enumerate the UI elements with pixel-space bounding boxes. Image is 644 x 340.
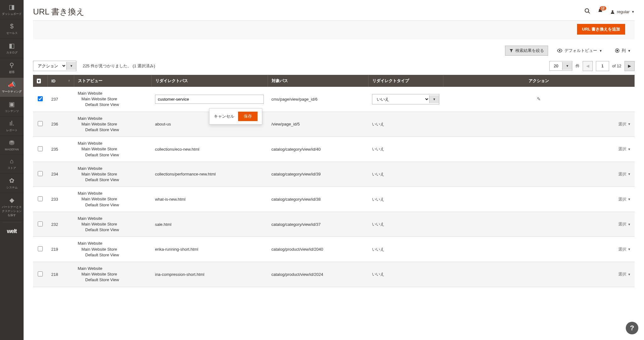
- cell-action: ✎: [443, 87, 635, 112]
- row-checkbox[interactable]: [38, 196, 43, 201]
- table-row[interactable]: 218Main WebsiteMain Website StoreDefault…: [33, 262, 635, 287]
- row-checkbox[interactable]: [38, 271, 43, 276]
- cell-id: 218: [47, 262, 74, 287]
- sidebar-label: マーケティング: [2, 90, 22, 94]
- cell-redirect-type: いいえ: [368, 262, 443, 287]
- search-icon[interactable]: [584, 8, 591, 16]
- per-page-select[interactable]: ▼: [549, 61, 572, 71]
- page-number-input[interactable]: [596, 61, 609, 71]
- row-action-select[interactable]: 選択▼: [618, 247, 631, 252]
- page-actions-bar: URL 書き換えを追加: [33, 20, 635, 39]
- url-rewrite-grid: ▾ ID↑ ストアビュー リダイレクトパス 対象パス リダイレクトタイプ アクシ…: [33, 75, 635, 287]
- col-header-checkbox[interactable]: ▾: [33, 75, 47, 87]
- cell-target-path: catalog/product/view/id/2040: [268, 237, 368, 262]
- cell-id: 234: [47, 162, 74, 187]
- col-header-target-path[interactable]: 対象パス: [268, 75, 368, 87]
- prev-page-button[interactable]: ◀: [583, 61, 593, 71]
- col-header-store-view[interactable]: ストアビュー: [74, 75, 151, 87]
- cell-target-path: catalog/category/view/id/39: [268, 162, 368, 187]
- table-row[interactable]: 233Main WebsiteMain Website StoreDefault…: [33, 187, 635, 212]
- cell-action: 選択▼: [443, 237, 635, 262]
- of-label: of: [612, 64, 616, 68]
- row-checkbox[interactable]: [38, 121, 43, 126]
- svg-point-5: [617, 50, 618, 51]
- row-checkbox[interactable]: [38, 246, 43, 251]
- cell-request-path: collections/eco-new.html: [151, 137, 268, 162]
- per-page-handle[interactable]: ▼: [562, 62, 572, 70]
- edit-icon[interactable]: ✎: [537, 96, 541, 102]
- sidebar-item-3[interactable]: ⚲顧客: [0, 58, 24, 78]
- row-action-select[interactable]: 選択▼: [618, 171, 631, 177]
- row-checkbox[interactable]: [38, 221, 43, 226]
- row-action-select[interactable]: 選択▼: [618, 197, 631, 202]
- svg-line-1: [588, 12, 590, 14]
- cell-redirect-type: いいえ▼: [368, 87, 443, 112]
- table-row[interactable]: 236Main WebsiteMain Website StoreDefault…: [33, 112, 635, 137]
- redirect-type-select[interactable]: いいえ▼: [372, 94, 439, 104]
- inline-edit-cancel-button[interactable]: キャンセル: [214, 112, 234, 121]
- sidebar-item-8[interactable]: ⌂ストア: [0, 154, 24, 174]
- sidebar-label: セールス: [6, 31, 18, 35]
- sidebar-item-0[interactable]: ◨ダッシュボード: [0, 0, 24, 20]
- sidebar-icon: ◆: [9, 196, 14, 204]
- cell-store-view: Main WebsiteMain Website StoreDefault St…: [74, 187, 151, 212]
- row-action-select[interactable]: 選択▼: [618, 221, 631, 227]
- row-checkbox[interactable]: [38, 146, 43, 151]
- inline-edit-popover: キャンセル 保存: [209, 108, 262, 125]
- filter-label: 検索結果を絞る: [515, 48, 544, 53]
- cell-store-view: Main WebsiteMain Website StoreDefault St…: [74, 212, 151, 237]
- default-view-label: デフォルトビュー: [564, 48, 597, 53]
- cell-store-view: Main WebsiteMain Website StoreDefault St…: [74, 87, 151, 112]
- default-view-button[interactable]: デフォルトビュー ▼: [553, 46, 606, 55]
- filter-button[interactable]: 検索結果を絞る: [505, 46, 548, 56]
- table-row[interactable]: 235Main WebsiteMain Website StoreDefault…: [33, 137, 635, 162]
- username-label: regular: [617, 9, 630, 14]
- col-header-request-path[interactable]: リダイレクトパス: [151, 75, 268, 87]
- sidebar-icon: ◧: [9, 42, 15, 49]
- notifications-icon[interactable]: 12: [597, 8, 603, 15]
- table-row[interactable]: 232Main WebsiteMain Website StoreDefault…: [33, 212, 635, 237]
- add-url-rewrite-button[interactable]: URL 書き換えを追加: [577, 24, 625, 35]
- sidebar-icon: ⚲: [9, 61, 14, 69]
- sidebar-item-6[interactable]: ıl.レポート: [0, 117, 24, 136]
- user-menu[interactable]: regular ▼: [610, 9, 635, 14]
- cell-id: 237: [47, 87, 74, 112]
- cell-store-view: Main WebsiteMain Website StoreDefault St…: [74, 162, 151, 187]
- col-header-redirect-type[interactable]: リダイレクトタイプ: [368, 75, 443, 87]
- cell-target-path: catalog/category/view/id/38: [268, 187, 368, 212]
- row-action-select[interactable]: 選択▼: [618, 146, 631, 152]
- sidebar-item-9[interactable]: ✿システム: [0, 174, 24, 193]
- page-header: URL 書き換え 12 regular ▼: [24, 0, 644, 20]
- table-row[interactable]: 234Main WebsiteMain Website StoreDefault…: [33, 162, 635, 187]
- sidebar-item-7[interactable]: ⛃MAGEFAN: [0, 136, 24, 154]
- caret-down-icon: ▼: [631, 10, 635, 14]
- caret-down-icon: ▼: [628, 49, 631, 53]
- sidebar-icon: ▣: [9, 100, 15, 108]
- mass-actions-handle[interactable]: ▼: [66, 62, 76, 70]
- sidebar-item-1[interactable]: $セールス: [0, 20, 24, 39]
- select-handle[interactable]: ▼: [429, 95, 439, 103]
- cell-target-path: catalog/category/view/id/40: [268, 137, 368, 162]
- next-page-button[interactable]: ▶: [625, 61, 635, 71]
- inline-edit-save-button[interactable]: 保存: [238, 112, 258, 121]
- row-checkbox[interactable]: [38, 171, 43, 176]
- table-row[interactable]: 237Main WebsiteMain Website StoreDefault…: [33, 87, 635, 112]
- table-row[interactable]: 219Main WebsiteMain Website StoreDefault…: [33, 237, 635, 262]
- sidebar-item-2[interactable]: ◧カタログ: [0, 39, 24, 58]
- sidebar-item-4[interactable]: 📣マーケティング: [0, 78, 24, 97]
- sidebar-icon: ⌂: [10, 158, 14, 165]
- sidebar-icon: ⛃: [9, 139, 14, 147]
- per-page-input[interactable]: [550, 61, 562, 70]
- sidebar-item-5[interactable]: ▣コンテンツ: [0, 97, 24, 117]
- cell-request-path: collections/performance-new.html: [151, 162, 268, 187]
- sidebar-item-10[interactable]: ◆パートナーとエクステンションを探す: [0, 193, 24, 221]
- columns-button[interactable]: 列 ▼: [611, 46, 635, 55]
- col-header-id[interactable]: ID↑: [47, 75, 74, 87]
- row-action-select[interactable]: 選択▼: [618, 271, 631, 277]
- selected-info-label: (1 選択済み): [133, 64, 155, 68]
- records-found-label: 225 件が見つかりました。: [83, 64, 131, 68]
- mass-actions-select[interactable]: アクション ▼: [33, 61, 76, 71]
- row-checkbox[interactable]: [38, 96, 43, 101]
- row-action-select[interactable]: 選択▼: [618, 121, 631, 127]
- request-path-input[interactable]: [155, 95, 264, 104]
